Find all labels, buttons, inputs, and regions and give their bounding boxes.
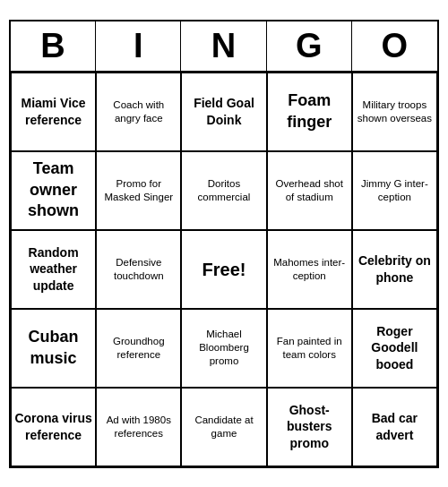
bingo-cell-2[interactable]: Field Goal Doink: [181, 73, 266, 151]
bingo-cell-15[interactable]: Cuban music: [11, 309, 96, 388]
bingo-cell-6[interactable]: Promo for Masked Singer: [96, 151, 181, 230]
bingo-cell-1[interactable]: Coach with angry face: [96, 73, 181, 151]
bingo-cell-12[interactable]: Free!: [181, 230, 266, 309]
bingo-cell-3[interactable]: Foam finger: [267, 73, 352, 151]
bingo-cell-13[interactable]: Mahomes inter-ception: [267, 230, 352, 309]
bingo-cell-14[interactable]: Celebrity on phone: [352, 230, 437, 309]
bingo-cell-4[interactable]: Military troops shown overseas: [352, 73, 437, 151]
bingo-cell-20[interactable]: Corona virus reference: [11, 388, 96, 466]
bingo-cell-16[interactable]: Groundhog reference: [96, 309, 181, 388]
bingo-grid: Miami Vice referenceCoach with angry fac…: [11, 73, 437, 466]
bingo-cell-23[interactable]: Ghost-busters promo: [267, 388, 352, 466]
bingo-letter-o: O: [352, 21, 437, 71]
bingo-cell-18[interactable]: Fan painted in team colors: [267, 309, 352, 388]
bingo-letter-g: G: [267, 21, 352, 71]
bingo-cell-19[interactable]: Roger Goodell booed: [352, 309, 437, 388]
bingo-cell-22[interactable]: Candidate at game: [181, 388, 266, 466]
bingo-cell-17[interactable]: Michael Bloomberg promo: [181, 309, 266, 388]
bingo-cell-24[interactable]: Bad car advert: [352, 388, 437, 466]
bingo-cell-21[interactable]: Ad with 1980s references: [96, 388, 181, 466]
bingo-header: BINGO: [11, 21, 437, 73]
bingo-cell-9[interactable]: Jimmy G inter-ception: [352, 151, 437, 230]
bingo-letter-b: B: [11, 21, 96, 71]
bingo-cell-5[interactable]: Team owner shown: [11, 151, 96, 230]
bingo-cell-0[interactable]: Miami Vice reference: [11, 73, 96, 151]
bingo-cell-8[interactable]: Overhead shot of stadium: [267, 151, 352, 230]
bingo-cell-7[interactable]: Doritos commercial: [181, 151, 266, 230]
bingo-letter-i: I: [96, 21, 181, 71]
bingo-cell-11[interactable]: Defensive touchdown: [96, 230, 181, 309]
bingo-card: BINGO Miami Vice referenceCoach with ang…: [9, 20, 439, 468]
bingo-letter-n: N: [181, 21, 266, 71]
bingo-cell-10[interactable]: Random weather update: [11, 230, 96, 309]
